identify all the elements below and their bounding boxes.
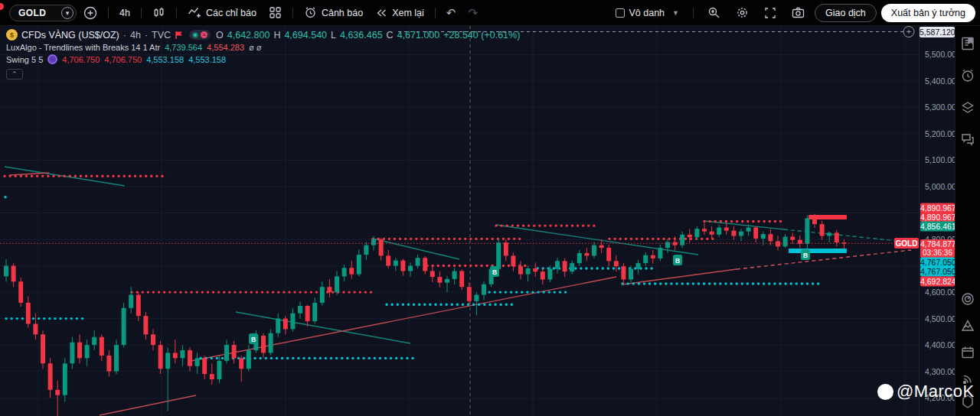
alert-price-label[interactable]: 5,587.120 (920, 27, 955, 37)
red-trendline (100, 395, 196, 415)
candles-icon (152, 6, 165, 19)
indicator-templates-button[interactable] (263, 3, 287, 23)
chart-canvas[interactable]: BBBB+GOLD (0, 26, 919, 416)
b-badge-text: B (251, 336, 256, 343)
compare-add-button[interactable] (78, 3, 103, 23)
undo-button[interactable]: ↶ (441, 3, 462, 23)
chart-style-button[interactable] (147, 3, 171, 23)
indicator-1-value-1: 4,739.564 (165, 43, 202, 52)
calendar-icon[interactable] (956, 341, 980, 364)
grid-layout-icon (269, 6, 282, 19)
candle-body (606, 248, 611, 261)
right-sidebar (955, 26, 980, 416)
candle-body (290, 314, 295, 330)
candle-body (269, 333, 273, 353)
candle-body (731, 231, 736, 236)
camera-icon (792, 7, 805, 18)
legend-exchange: TVC (152, 30, 171, 41)
candle-body (408, 266, 413, 271)
alert-clock-icon[interactable] (956, 64, 980, 87)
candle-body (783, 237, 788, 247)
candle-body (364, 245, 368, 255)
candle-body (217, 361, 221, 379)
price-tick: 5,300.000 (920, 102, 955, 112)
publish-idea-button[interactable]: Xuất bản ý tưởng (881, 4, 975, 22)
candle-body (423, 258, 427, 271)
indicators-button[interactable]: Các chỉ báo (182, 3, 262, 23)
alarm-clock-icon (304, 6, 317, 19)
ohlc-close: 4,671.000 (397, 30, 440, 41)
candle-body (77, 343, 82, 359)
fullscreen-button[interactable] (759, 3, 782, 23)
candle-body (63, 363, 67, 395)
alert-create-button[interactable]: Cảnh báo (299, 3, 368, 23)
settings-lines-icon[interactable]: ≈ (201, 31, 207, 38)
candle-body (394, 261, 398, 266)
candle-body (761, 234, 766, 239)
candle-body (143, 316, 148, 334)
price-tick: 5,000.000 (920, 182, 955, 191)
settings-button[interactable] (730, 3, 754, 23)
candle-body (188, 350, 192, 366)
legend-interval[interactable]: 4h (130, 30, 141, 41)
legend-collapse-button[interactable]: ⌃ (6, 69, 23, 80)
symbol-title[interactable]: CFDs VÀNG (US$/OZ) (21, 30, 119, 41)
candle-body (136, 295, 141, 317)
candle-body (327, 287, 332, 292)
symbol-search-box[interactable]: GOLD ▾ (9, 5, 77, 21)
candle-body (452, 271, 457, 278)
candle-body (820, 224, 825, 236)
b-badge-text: B (803, 252, 808, 259)
ideas-mountain-icon[interactable] (956, 314, 980, 337)
indicator-toggles[interactable]: ≈ (189, 30, 211, 40)
flag-icon[interactable] (175, 31, 184, 40)
candle-body (790, 237, 795, 240)
candle-body (614, 261, 619, 266)
candle-body (210, 374, 214, 379)
candle-body (702, 229, 707, 231)
candle-body (151, 334, 155, 345)
chart-legend: $ CFDs VÀNG (US$/OZ) · 4h · TVC ≈ O4,642… (6, 29, 520, 80)
candle-body (26, 303, 31, 324)
breakout-bar (789, 249, 847, 253)
candle-body (129, 295, 133, 308)
candle-body (342, 268, 347, 276)
candle-body (717, 228, 721, 235)
candle-body (445, 279, 449, 283)
price-tick: 4,600.000 (920, 288, 955, 297)
price-scale[interactable]: 5,500.0005,400.0005,300.0005,200.0005,10… (919, 26, 955, 416)
candle-body (776, 241, 780, 246)
candle-body (312, 303, 317, 321)
candle-body (85, 345, 90, 358)
ohlc-low: 4,636.465 (340, 30, 383, 41)
candle-body (651, 255, 655, 258)
trade-button[interactable]: Giao dịch (815, 4, 877, 22)
candle-body (165, 353, 170, 369)
interval-button[interactable]: 4h (114, 3, 136, 23)
ohlc-change: +28.540 (+0.61%) (443, 30, 520, 41)
visibility-dot-icon[interactable] (192, 32, 198, 38)
candle-body (55, 390, 60, 395)
watchlist-icon[interactable] (956, 32, 980, 55)
screenshot-button[interactable] (786, 3, 810, 23)
symbol-dropdown-icon[interactable]: ▾ (61, 7, 74, 19)
candle-body (739, 232, 743, 236)
candle-body (202, 358, 207, 374)
candle-body (474, 295, 479, 301)
candle-body (41, 334, 45, 363)
indicator-1-name[interactable]: LuxAlgo - Trendlines with Breaks 14 1 At… (6, 43, 160, 52)
candle-body (688, 235, 692, 237)
candle-body (158, 345, 163, 369)
user-menu[interactable]: Vô danh ▼ (610, 3, 685, 23)
indicator-2-value-1: 4,706.750 (62, 55, 100, 64)
scanner-gauge-icon[interactable] (956, 288, 980, 310)
object-tree-icon[interactable] (956, 96, 980, 119)
candle-body (4, 266, 8, 277)
chat-icon[interactable] (956, 128, 980, 151)
b-badge-text: B (675, 257, 680, 265)
redo-button[interactable]: ↷ (462, 3, 483, 23)
indicator-2-name[interactable]: Swing 5 5 (6, 55, 43, 64)
replay-button[interactable]: Xem lại (370, 3, 430, 23)
plus-circle-icon (83, 6, 97, 20)
quick-search-button[interactable] (702, 3, 726, 23)
